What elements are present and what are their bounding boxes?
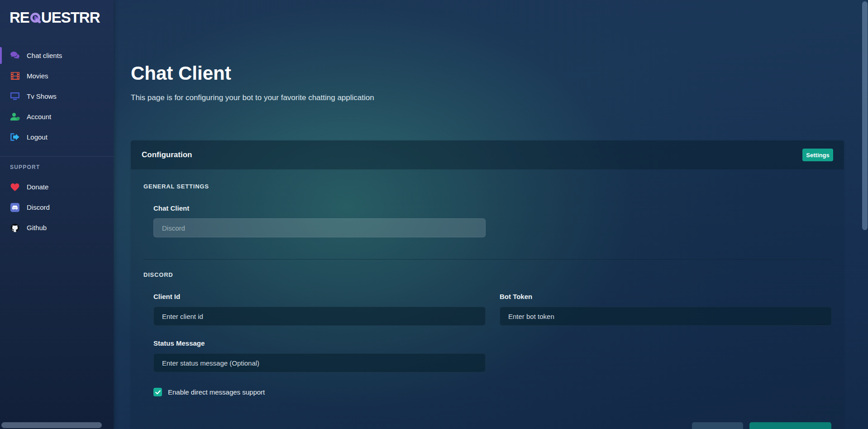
status-message-input[interactable]: [153, 353, 486, 372]
page-title: Chat Client: [131, 63, 868, 84]
sidebar-item-donate[interactable]: Donate: [0, 177, 114, 197]
vertical-scrollbar-thumb[interactable]: [862, 1, 868, 230]
sidebar-item-label: Chat clients: [27, 52, 62, 59]
sidebar-item-label: Github: [27, 224, 47, 231]
support-nav: Donate Discord Github: [0, 177, 114, 238]
sidebar-item-chat-clients[interactable]: Chat clients: [0, 45, 114, 66]
discord-section: DISCORD Client Id Bot Token Status Messa…: [143, 260, 831, 396]
configuration-title: Configuration: [142, 150, 192, 159]
sidebar-item-github[interactable]: Github: [0, 217, 114, 238]
sidebar: REUESTRR Chat clients Movies Tv Shows Ac…: [0, 0, 114, 429]
sidebar-item-label: Discord: [27, 203, 50, 211]
primary-nav: Chat clients Movies Tv Shows Account Log…: [0, 45, 114, 147]
bot-token-input[interactable]: [500, 307, 832, 326]
sidebar-item-logout[interactable]: Logout: [0, 127, 114, 147]
sidebar-item-account[interactable]: Account: [0, 106, 114, 127]
configuration-card-body: GENERAL SETTINGS Chat Client DISCORD Cli…: [131, 169, 844, 429]
client-id-field: Client Id: [153, 293, 486, 326]
support-section-header: SUPPORT: [10, 164, 114, 170]
sidebar-divider: [0, 156, 114, 157]
sign-out-icon: [10, 133, 20, 141]
dm-support-checkbox-checked[interactable]: [153, 388, 162, 396]
film-icon: [10, 72, 20, 80]
chat-client-field: Chat Client: [153, 204, 486, 237]
logo-text-post: UESTRR: [41, 9, 100, 26]
horizontal-scrollbar-thumb[interactable]: [1, 422, 102, 428]
app-logo[interactable]: REUESTRR: [0, 0, 114, 29]
sidebar-item-tv-shows[interactable]: Tv Shows: [0, 86, 114, 106]
settings-button[interactable]: Settings: [802, 149, 833, 161]
card-actions: [143, 422, 831, 429]
status-message-label: Status Message: [153, 339, 486, 347]
chat-bubbles-icon: [10, 52, 20, 59]
tv-monitor-icon: [10, 92, 20, 100]
bot-token-label: Bot Token: [500, 293, 832, 300]
general-settings-section: GENERAL SETTINGS Chat Client: [143, 183, 831, 237]
client-id-label: Client Id: [153, 293, 486, 300]
chat-client-label: Chat Client: [153, 204, 486, 212]
github-icon: [10, 223, 20, 232]
sidebar-item-discord[interactable]: Discord: [0, 197, 114, 217]
configuration-card: Configuration Settings GENERAL SETTINGS …: [131, 140, 844, 429]
user-shield-icon: [10, 113, 20, 121]
bot-token-field: Bot Token: [500, 293, 832, 326]
page-subtitle: This page is for configuring your bot to…: [131, 93, 868, 102]
sidebar-item-label: Donate: [27, 183, 48, 191]
configuration-card-header: Configuration Settings: [131, 140, 844, 169]
logo-q-magnifier-play-icon: [30, 13, 40, 23]
sidebar-item-label: Account: [27, 113, 51, 121]
primary-action-button[interactable]: [749, 422, 831, 429]
status-message-field: Status Message: [153, 339, 486, 372]
sidebar-item-label: Logout: [27, 133, 48, 141]
dm-support-checkbox-row[interactable]: Enable direct messages support: [153, 388, 831, 396]
chat-client-select: [153, 218, 486, 237]
logo-text-pre: RE: [10, 9, 29, 26]
sidebar-item-label: Tv Shows: [27, 92, 57, 100]
sidebar-item-movies[interactable]: Movies: [0, 66, 114, 86]
discord-icon: [10, 203, 20, 212]
dm-support-label: Enable direct messages support: [168, 388, 265, 396]
general-settings-header: GENERAL SETTINGS: [143, 183, 831, 190]
client-id-input[interactable]: [153, 307, 486, 326]
heart-icon: [10, 183, 20, 191]
discord-section-header: DISCORD: [143, 271, 831, 278]
main-content: Chat Client This page is for configuring…: [114, 0, 868, 429]
sidebar-item-label: Movies: [27, 72, 48, 80]
secondary-action-button[interactable]: [692, 422, 743, 429]
